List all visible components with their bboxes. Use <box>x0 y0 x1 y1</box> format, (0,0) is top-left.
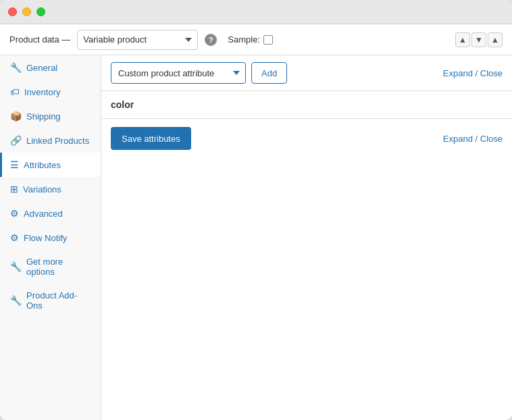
sidebar-item-general[interactable]: 🔧 General <box>0 55 101 80</box>
sidebar-label-linked-products: Linked Products <box>26 136 89 146</box>
sidebar-label-variations: Variations <box>23 184 61 194</box>
sample-label: Sample: <box>228 34 260 45</box>
sidebar-label-product-add-ons: Product Add-Ons <box>26 290 93 311</box>
sidebar-item-shipping[interactable]: 📦 Shipping <box>0 104 101 128</box>
sidebar-label-inventory: Inventory <box>24 87 60 97</box>
content-bottom-toolbar: Save attributes Expand / Close <box>101 119 512 158</box>
nav-arrows: ▲ ▼ ▲ <box>455 32 503 47</box>
app-window: Product data — Variable product Simple p… <box>0 0 512 420</box>
sidebar-label-advanced: Advanced <box>24 209 63 219</box>
sidebar-item-inventory[interactable]: 🏷 Inventory <box>0 80 101 104</box>
sidebar-label-general: General <box>26 63 57 73</box>
sidebar-label-get-more-options: Get more options <box>26 257 93 277</box>
sidebar-item-advanced[interactable]: ⚙ Advanced <box>0 201 101 226</box>
product-type-select[interactable]: Variable product Simple product Grouped … <box>77 30 198 50</box>
minimize-dot[interactable] <box>22 7 31 16</box>
sidebar-label-attributes: Attributes <box>24 160 61 170</box>
tag-icon: 🏷 <box>10 86 20 97</box>
sample-checkbox[interactable] <box>263 35 273 45</box>
sidebar-item-attributes[interactable]: ☰ Attributes <box>0 153 101 177</box>
main-body: 🔧 General 🏷 Inventory 📦 Shipping 🔗 Linke… <box>0 55 512 420</box>
link-icon: 🔗 <box>10 135 22 146</box>
sidebar: 🔧 General 🏷 Inventory 📦 Shipping 🔗 Linke… <box>0 55 101 420</box>
sidebar-label-shipping: Shipping <box>26 111 61 122</box>
sidebar-item-product-add-ons[interactable]: 🔧 Product Add-Ons <box>0 284 101 317</box>
expand-close-top-link[interactable]: Expand / Close <box>443 68 503 78</box>
wrench-icon: 🔧 <box>10 62 22 73</box>
sidebar-item-variations[interactable]: ⊞ Variations <box>0 177 101 201</box>
sidebar-item-get-more-options[interactable]: 🔧 Get more options <box>0 250 101 284</box>
close-dot[interactable] <box>8 7 17 16</box>
content-toolbar: Custom product attribute Color Size Mate… <box>101 55 512 91</box>
nav-sort-button[interactable]: ▲ <box>488 32 503 47</box>
gear2-icon: ⚙ <box>10 232 19 243</box>
save-attributes-button[interactable]: Save attributes <box>111 127 191 150</box>
box-icon: 📦 <box>10 111 22 122</box>
sidebar-item-flow-notify[interactable]: ⚙ Flow Notify <box>0 226 101 250</box>
add-attribute-button[interactable]: Add <box>251 62 287 84</box>
gear-icon: ⚙ <box>10 208 19 219</box>
grid-icon: ⊞ <box>10 184 18 194</box>
list-icon: ☰ <box>10 159 19 170</box>
nav-up-button[interactable]: ▲ <box>455 32 470 47</box>
expand-close-bottom-link[interactable]: Expand / Close <box>443 134 503 144</box>
attribute-name: color <box>101 91 512 118</box>
attribute-type-select[interactable]: Custom product attribute Color Size Mate… <box>111 62 246 84</box>
product-data-bar: Product data — Variable product Simple p… <box>0 24 512 55</box>
content-area: Custom product attribute Color Size Mate… <box>101 55 512 420</box>
sidebar-label-flow-notify: Flow Notify <box>24 233 67 243</box>
sample-container: Sample: <box>228 34 273 45</box>
titlebar <box>0 0 512 24</box>
attribute-section: color <box>101 91 512 119</box>
help-icon[interactable]: ? <box>205 34 217 46</box>
addon-icon: 🔧 <box>10 295 22 306</box>
product-data-label: Product data — <box>9 34 70 45</box>
sidebar-item-linked-products[interactable]: 🔗 Linked Products <box>0 128 101 153</box>
plus-icon: 🔧 <box>10 261 22 272</box>
maximize-dot[interactable] <box>36 7 45 16</box>
nav-down-button[interactable]: ▼ <box>471 32 486 47</box>
